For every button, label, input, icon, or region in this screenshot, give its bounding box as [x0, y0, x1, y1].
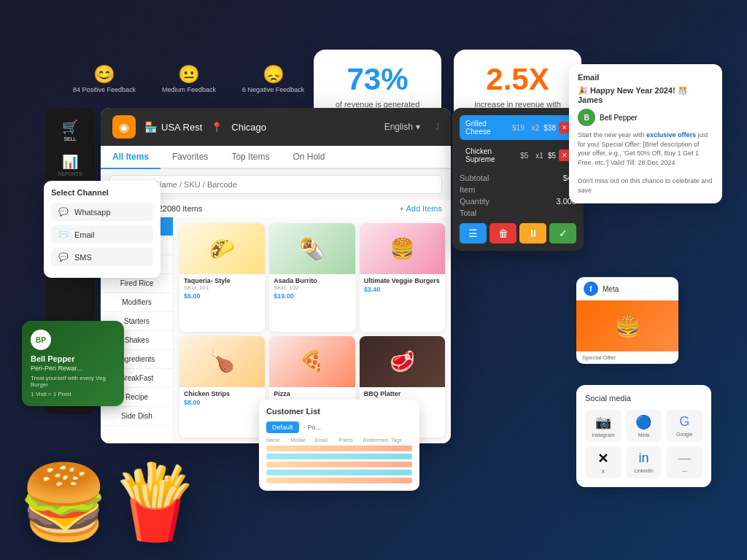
- social-linkedin[interactable]: in LinkedIn: [626, 446, 662, 478]
- social-media-card: Social media 📷 Instagram 🔵 Meta G Google…: [576, 385, 711, 487]
- x-icon: ✕: [597, 451, 608, 467]
- tab-on-hold[interactable]: On Hold: [281, 146, 336, 169]
- social-title: Social media: [585, 394, 703, 402]
- customer-list-card: Customer List Default Po... Name Mobile …: [259, 400, 419, 491]
- channel-whatsapp[interactable]: 💬 Whatsapp: [51, 203, 153, 221]
- instagram-icon: 📷: [595, 414, 611, 430]
- meta-icon: 🔵: [635, 414, 651, 430]
- order-item-0[interactable]: Grilled Cheese $19 x2 $38 ✕: [460, 115, 576, 140]
- loyalty-card: BP Bell Pepper Peri-Peri Rewar... Treat …: [22, 321, 124, 406]
- customer-row: [266, 478, 412, 483]
- sms-icon: 💬: [58, 252, 69, 262]
- tab-po[interactable]: Po...: [302, 421, 328, 433]
- customer-row: [266, 462, 412, 467]
- email-platform-label: Email: [578, 73, 713, 82]
- action-btn-confirm[interactable]: ✓: [549, 223, 576, 244]
- pos-tabs: All Items Favorites Top Items On Hold: [101, 146, 451, 169]
- customer-row: [266, 446, 412, 451]
- customer-list-tabs: Default Po...: [266, 421, 412, 433]
- action-btn-list[interactable]: ☰: [460, 223, 487, 244]
- email-icon: ✉️: [58, 230, 69, 239]
- other-icon: —: [678, 451, 691, 466]
- social-other[interactable]: — —: [666, 446, 703, 478]
- customer-row: [266, 470, 412, 475]
- order-action-buttons: ☰ 🗑 ⏸ ✓: [460, 223, 576, 244]
- tab-top-items[interactable]: Top Items: [220, 146, 281, 169]
- action-btn-hold[interactable]: ⏸: [519, 223, 546, 244]
- order-item-1[interactable]: Chicken Supreme $5 x1 $5 ✕: [460, 143, 576, 168]
- action-btn-delete[interactable]: 🗑: [489, 223, 516, 244]
- sidebar-item-sell[interactable]: 🛒 SELL: [55, 115, 85, 144]
- social-instagram[interactable]: 📷 Instagram: [585, 410, 622, 442]
- meta-footer: Special Offer: [576, 351, 678, 364]
- pos-header: ◉ 🏪 USA Rest 📍 Chicago English ▾ J: [101, 108, 451, 146]
- customer-row: [266, 454, 412, 459]
- loyalty-program: Peri-Peri Rewar...: [31, 365, 115, 372]
- email-subject: 🎉 Happy New Year 2024! 🎊 James: [578, 86, 713, 104]
- location-icon: 📍: [211, 122, 222, 133]
- food-image: 🍔🍟: [0, 400, 219, 545]
- order-panel: Grilled Cheese $19 x2 $38 ✕ Chicken Supr…: [452, 108, 584, 251]
- google-icon: G: [679, 414, 689, 429]
- positive-feedback: 😊 84 Positive Feedback: [73, 64, 136, 93]
- sidebar-item-reports[interactable]: 📊 REPORTS: [55, 150, 85, 179]
- linkedin-icon: in: [638, 451, 649, 466]
- whatsapp-icon: 💬: [58, 207, 69, 217]
- tab-default[interactable]: Default: [266, 421, 299, 433]
- channel-popup: Select Channel 💬 Whatsapp ✉️ Email 💬 SMS: [44, 181, 160, 278]
- pos-logo: ◉: [112, 115, 136, 139]
- meta-ad-image: 🍔: [576, 300, 678, 351]
- loyalty-desc: Treat yourself with every Veg Burger: [31, 375, 115, 388]
- add-items-button[interactable]: + Add Items: [400, 204, 442, 213]
- social-x[interactable]: ✕ X: [585, 446, 622, 478]
- language-selector[interactable]: English ▾: [384, 122, 420, 132]
- pos-store: 🏪 USA Rest: [144, 121, 202, 133]
- order-summary: Subtotal $43 Item 2 Quantity 3.000 Total: [460, 174, 576, 217]
- loyalty-brand: Bell Pepper: [31, 354, 115, 363]
- medium-feedback: 😐 Medium Feedback: [162, 64, 216, 93]
- cat-modifiers[interactable]: Modifiers: [101, 293, 173, 312]
- meta-header: f Meta: [576, 277, 678, 300]
- customer-list-rows: [266, 446, 412, 483]
- tab-favorites[interactable]: Favorites: [160, 146, 220, 169]
- social-meta[interactable]: 🔵 Meta: [626, 410, 662, 442]
- customer-list-title: Customer List: [266, 407, 412, 416]
- meta-logo: f: [584, 281, 598, 296]
- email-card: Email 🎉 Happy New Year 2024! 🎊 James B B…: [569, 64, 722, 203]
- item-card-2[interactable]: 🍔 Ultimate Veggie Burgers $3.40: [360, 223, 445, 332]
- negative-feedback: 😞 6 Negative Feedback: [242, 64, 304, 93]
- customer-list-header: Name Mobile Email Points Redeemed Tags: [266, 438, 412, 443]
- item-card-0[interactable]: 🌮 Taqueria- Style SKU: 101 $5.00: [179, 223, 265, 332]
- avatar: B: [578, 109, 595, 126]
- channel-email[interactable]: ✉️ Email: [51, 225, 153, 244]
- social-grid: 📷 Instagram 🔵 Meta G Google ✕ X in Linke…: [585, 410, 703, 478]
- item-card-1[interactable]: 🌯 Asada Burrito SKU: 102 $19.00: [269, 223, 355, 332]
- channel-title: Select Channel: [51, 188, 153, 197]
- loyalty-points: 1 Visit = 1 Point: [31, 391, 115, 397]
- loyalty-logo: BP: [31, 330, 51, 350]
- email-from: B Bell Pepper: [578, 109, 713, 126]
- email-body: Start the new year with exclusive offers…: [578, 131, 713, 195]
- social-google[interactable]: G Google: [666, 410, 703, 442]
- feedback-row: 😊 84 Positive Feedback 😐 Medium Feedback…: [73, 64, 304, 93]
- channel-sms[interactable]: 💬 SMS: [51, 248, 153, 266]
- tab-all-items[interactable]: All Items: [101, 146, 160, 169]
- meta-ad-card: f Meta 🍔 Special Offer: [576, 277, 678, 364]
